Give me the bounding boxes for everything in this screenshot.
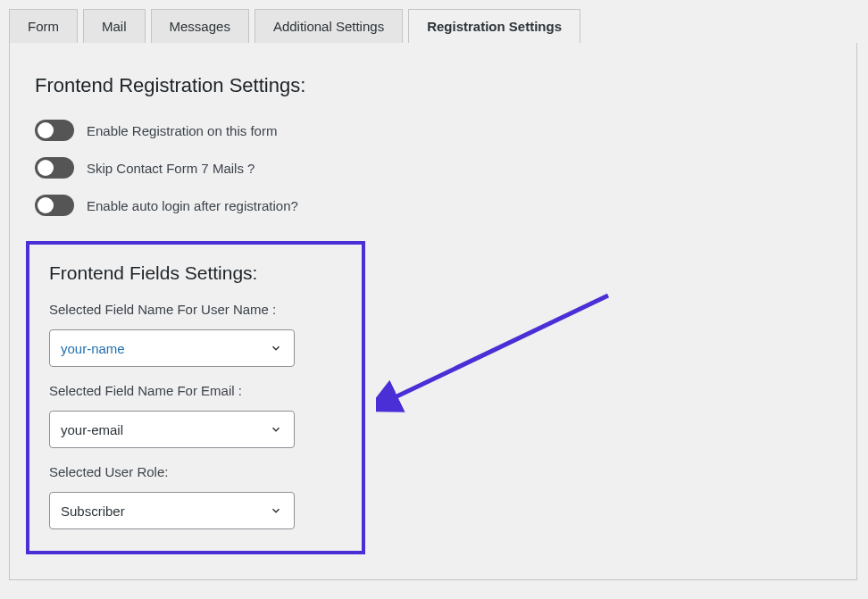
select-role-field[interactable]: Subscriber <box>49 492 295 529</box>
tab-form[interactable]: Form <box>9 9 78 44</box>
tab-messages[interactable]: Messages <box>151 9 249 44</box>
toggle-label-skip-mails: Skip Contact Form 7 Mails ? <box>87 161 255 176</box>
registration-settings-title: Frontend Registration Settings: <box>35 74 831 97</box>
toggle-row-enable-registration: Enable Registration on this form <box>35 120 831 141</box>
toggle-label-auto-login: Enable auto login after registration? <box>87 198 298 213</box>
chevron-down-icon <box>269 503 283 518</box>
tab-registration-settings[interactable]: Registration Settings <box>408 9 580 44</box>
toggle-knob <box>38 160 54 176</box>
label-username-field: Selected Field Name For User Name : <box>49 302 342 317</box>
toggle-skip-mails[interactable] <box>35 157 74 179</box>
fields-settings-box: Frontend Fields Settings: Selected Field… <box>26 241 365 554</box>
toggle-row-auto-login: Enable auto login after registration? <box>35 195 831 216</box>
field-group-role: Selected User Role: Subscriber <box>49 464 342 529</box>
select-email-field[interactable]: your-email <box>49 411 295 448</box>
panel-registration-settings: Frontend Registration Settings: Enable R… <box>9 43 857 580</box>
field-group-username: Selected Field Name For User Name : your… <box>49 302 342 367</box>
tab-additional-settings[interactable]: Additional Settings <box>255 9 403 44</box>
select-value-username: your-name <box>61 341 125 356</box>
tab-mail[interactable]: Mail <box>83 9 146 44</box>
chevron-down-icon <box>269 341 283 355</box>
label-email-field: Selected Field Name For Email : <box>49 383 342 398</box>
chevron-down-icon <box>269 422 283 437</box>
select-value-role: Subscriber <box>61 503 125 519</box>
select-value-email: your-email <box>61 422 123 437</box>
svg-line-1 <box>389 295 608 400</box>
select-username-field[interactable]: your-name <box>49 329 295 367</box>
toggle-auto-login[interactable] <box>35 195 74 216</box>
toggle-knob <box>38 122 54 138</box>
field-group-email: Selected Field Name For Email : your-ema… <box>49 383 342 448</box>
toggle-label-enable-registration: Enable Registration on this form <box>87 123 277 138</box>
annotation-arrow-icon <box>376 288 626 422</box>
toggle-row-skip-mails: Skip Contact Form 7 Mails ? <box>35 157 831 179</box>
toggle-enable-registration[interactable] <box>35 120 74 141</box>
label-role-field: Selected User Role: <box>49 464 342 479</box>
toggle-knob <box>38 197 54 213</box>
tabs-bar: Form Mail Messages Additional Settings R… <box>9 9 857 44</box>
fields-settings-title: Frontend Fields Settings: <box>49 262 342 284</box>
